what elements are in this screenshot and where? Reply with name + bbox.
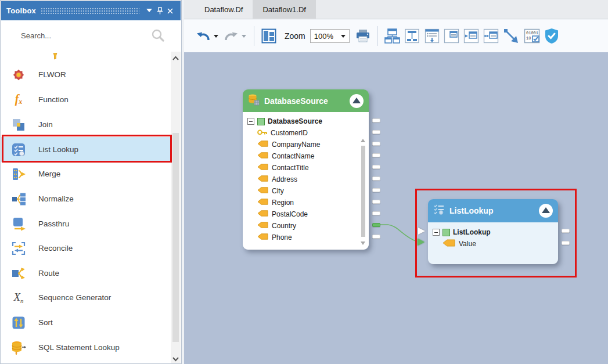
toolbox-item-route[interactable]: Route — [1, 261, 171, 286]
field-label: Country — [272, 222, 296, 230]
zoom-combobox[interactable]: 100% — [310, 29, 350, 43]
node-scroll-down-icon[interactable] — [361, 242, 365, 245]
toolbox-item-join[interactable]: Join — [1, 112, 171, 137]
field-row-contacttitle[interactable]: ContactTitle — [243, 162, 369, 174]
toolbox-item-passthru[interactable]: Passthru — [1, 211, 171, 236]
print-button[interactable] — [354, 27, 372, 45]
tab-dataflow[interactable]: Dataflow.Df — [195, 0, 253, 19]
toolbox-menu-dropdown-icon[interactable] — [144, 6, 154, 16]
toolbox-item-normalize[interactable]: Normalize — [1, 186, 171, 211]
toolbox-item-function[interactable]: fx JoinFunction — [1, 87, 171, 112]
toolbox-item-sql-statement-lookup[interactable]: SQL Statement Lookup — [1, 335, 171, 360]
toolbox-panel: Toolbox FLWOR — [0, 0, 182, 364]
overview-window-button[interactable] — [260, 27, 278, 45]
node-scroll-up-icon[interactable] — [361, 139, 365, 142]
output-port[interactable] — [372, 153, 380, 157]
field-label: ContactName — [272, 152, 314, 160]
output-port[interactable] — [372, 188, 380, 192]
field-row-postalcode[interactable]: PostalCode — [243, 208, 369, 220]
toolbox-item-label: Reconcile — [38, 244, 73, 253]
field-row-phone[interactable]: Phone — [243, 232, 369, 243]
output-port[interactable] — [372, 235, 380, 239]
toolbox-item-merge[interactable]: Merge — [1, 161, 171, 186]
scroll-down-icon[interactable] — [172, 354, 179, 361]
field-row-contactname[interactable]: ContactName — [243, 150, 369, 162]
zoom-dropdown-icon — [341, 35, 346, 38]
field-row-city[interactable]: City — [243, 185, 369, 197]
field-row-region[interactable]: Region — [243, 197, 369, 208]
toolbox-item-sequence-generator[interactable]: Xn Sequence Generator — [1, 285, 171, 310]
data-preview-button[interactable]: 0100110 — [523, 27, 541, 45]
field-row-customerid[interactable]: CustomerID — [243, 127, 369, 139]
toolbar-separator — [254, 26, 254, 46]
node-scrollbar[interactable] — [361, 139, 366, 245]
field-row-country[interactable]: Country — [243, 220, 369, 232]
field-tag-icon — [257, 233, 268, 242]
field-row-address[interactable]: Address — [243, 174, 369, 185]
output-port-country-connected[interactable] — [372, 223, 380, 227]
auto-layout-hierarchy-button[interactable] — [384, 27, 401, 45]
toolbox-drag-texture — [41, 8, 139, 14]
node-root-label: DatabaseSource — [268, 117, 322, 125]
dataflow-toolbar: Zoom 100% 0100110 — [184, 20, 608, 52]
undo-button[interactable] — [195, 27, 212, 45]
tab-dataflow1[interactable]: Dataflow1.Df — [253, 0, 315, 19]
field-label: CompanyName — [272, 140, 320, 149]
toolbox-title: Toolbox — [6, 6, 36, 15]
sequence-generator-icon: Xn — [9, 291, 28, 304]
output-port[interactable] — [372, 200, 380, 204]
output-port[interactable] — [372, 130, 380, 134]
field-label: Address — [272, 175, 297, 183]
search-input[interactable] — [21, 31, 165, 40]
document-tabbar: Dataflow.Df Dataflow1.Df — [184, 0, 608, 19]
toolbox-scrollbar[interactable] — [171, 52, 181, 363]
passthru-icon — [9, 217, 28, 232]
toolbox-item-flwor[interactable]: FLWOR — [1, 62, 171, 87]
sql-statement-lookup-icon — [9, 340, 28, 355]
verify-shield-button[interactable] — [543, 27, 560, 45]
flwor-icon — [9, 67, 28, 82]
show-ports-panel-button[interactable] — [443, 27, 461, 45]
toolbox-header[interactable]: Toolbox — [1, 1, 181, 20]
redo-dropdown-icon[interactable] — [242, 35, 246, 38]
output-port[interactable] — [372, 165, 380, 169]
connection-country-to-value[interactable] — [380, 225, 417, 242]
zoom-label: Zoom — [285, 31, 305, 41]
undo-dropdown-icon[interactable] — [214, 35, 218, 38]
output-port[interactable] — [372, 211, 380, 215]
toolbox-item-reconcile[interactable]: Reconcile — [1, 236, 171, 261]
search-icon[interactable] — [151, 28, 165, 45]
field-tag-icon — [257, 187, 268, 195]
node-header[interactable]: DatabaseSource — [243, 89, 369, 112]
function-icon: fx — [9, 93, 28, 106]
field-row-companyname[interactable]: CompanyName — [243, 139, 369, 150]
dock-panel-right-button[interactable] — [463, 27, 480, 45]
output-port[interactable] — [372, 142, 380, 146]
close-icon[interactable] — [165, 6, 175, 16]
pin-icon[interactable] — [154, 6, 165, 16]
node-root-row[interactable]: DatabaseSource — [243, 116, 369, 127]
draw-link-button[interactable] — [502, 27, 520, 45]
field-label: ContactTitle — [272, 164, 309, 172]
expand-all-button[interactable] — [423, 27, 441, 45]
node-database-source[interactable]: DatabaseSource DatabaseSource CustomerID… — [243, 89, 369, 250]
redo-button[interactable] — [222, 27, 240, 45]
field-tag-icon — [257, 140, 268, 149]
toolbox-item-label: SQL Statement Lookup — [38, 343, 120, 352]
tab-label: Dataflow1.Df — [262, 5, 305, 14]
collapse-tree-icon[interactable] — [247, 118, 254, 125]
node-title: DatabaseSource — [264, 96, 345, 106]
expand-panel-both-button[interactable] — [483, 27, 500, 45]
scroll-up-icon[interactable] — [172, 54, 179, 61]
dataflow-canvas[interactable]: DatabaseSource DatabaseSource CustomerID… — [184, 52, 608, 364]
collapse-node-button[interactable] — [350, 94, 364, 108]
node-body: DatabaseSource CustomerID CompanyName Co… — [243, 112, 369, 250]
toolbox-item-sort[interactable]: Sort — [1, 310, 171, 335]
toolbox-scrollbar-thumb[interactable] — [172, 133, 179, 342]
database-icon — [248, 93, 260, 109]
output-port[interactable] — [372, 118, 380, 122]
auto-layout-tree-button[interactable] — [404, 27, 421, 45]
toolbox-item-label: Function — [38, 95, 69, 104]
node-scrollbar-thumb[interactable] — [361, 146, 365, 237]
output-port[interactable] — [372, 176, 380, 181]
